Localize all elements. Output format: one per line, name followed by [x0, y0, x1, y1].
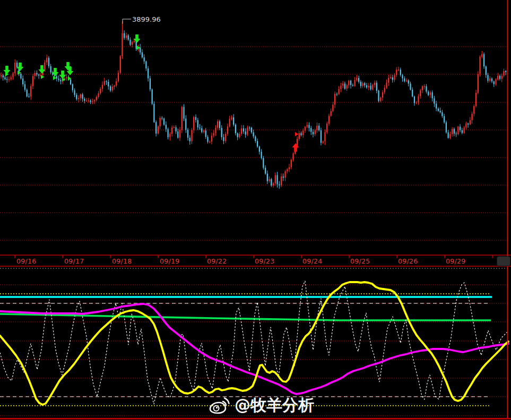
peak-label-connector: [123, 19, 131, 24]
watermark: @牧羊分析: [209, 395, 314, 415]
axis-date-label: 09/25: [350, 257, 370, 265]
axis-date-label: 09/17: [64, 257, 84, 265]
peak-price-label: 3899.96: [132, 15, 161, 23]
indicator-gridlines: [0, 268, 507, 416]
scrollbar-thumb[interactable]: [497, 256, 510, 266]
k-line-yellow: [0, 282, 508, 405]
axis-date-label: 09/24: [302, 257, 323, 265]
axis-date-label: 09/19: [160, 257, 180, 265]
axis-date-label: 09/26: [398, 257, 418, 265]
axis-date-label: 09/18: [112, 257, 132, 265]
buy-signal-arrows: [292, 132, 299, 152]
candlestick-series: [1, 21, 506, 189]
axis-date-label: 09/23: [255, 257, 275, 265]
green-level-line: [0, 314, 491, 320]
weibo-icon: [209, 396, 230, 414]
trading-chart-window: 09/1609/1709/1809/1909/2209/2309/2409/25…: [0, 0, 511, 420]
axis-date-label: 09/16: [16, 257, 37, 265]
main-gridlines: [0, 47, 507, 240]
watermark-text: @牧羊分析: [235, 395, 314, 416]
axis-date-label: 09/22: [207, 257, 227, 265]
chart-canvas[interactable]: [0, 0, 511, 420]
axis-date-label: 09/29: [446, 257, 466, 265]
j-line-white: [0, 281, 508, 404]
